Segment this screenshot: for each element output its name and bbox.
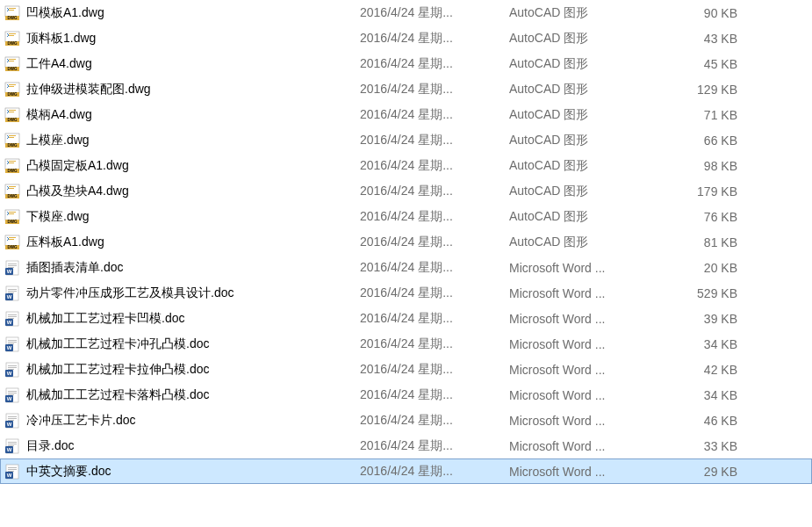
svg-rect-70 xyxy=(8,342,17,343)
file-name: 中英文摘要.doc xyxy=(26,464,360,480)
file-row[interactable]: W中英文摘要.doc2016/4/24 星期...Microsoft Word … xyxy=(0,458,812,484)
file-row[interactable]: W机械加工工艺过程卡凹模.doc2016/4/24 星期...Microsoft… xyxy=(0,306,812,331)
dwg-file-icon: DWG xyxy=(4,4,21,22)
file-type: AutoCAD 图形 xyxy=(509,82,667,97)
file-date: 2016/4/24 星期... xyxy=(360,387,509,403)
svg-rect-26 xyxy=(9,135,16,136)
svg-rect-95 xyxy=(8,445,14,446)
svg-rect-65 xyxy=(8,318,14,319)
file-row[interactable]: DWG工件A4.dwg2016/4/24 星期...AutoCAD 图形45 K… xyxy=(0,51,812,76)
svg-text:DWG: DWG xyxy=(8,67,18,71)
doc-file-icon: W xyxy=(4,336,21,353)
file-type: AutoCAD 图形 xyxy=(509,5,667,21)
svg-text:DWG: DWG xyxy=(8,169,18,173)
file-type: AutoCAD 图形 xyxy=(509,184,667,199)
file-row[interactable]: W机械加工工艺过程卡拉伸凸模.doc2016/4/24 星期...Microso… xyxy=(0,357,812,382)
file-row[interactable]: DWG模柄A4.dwg2016/4/24 星期...AutoCAD 图形71 K… xyxy=(0,102,812,127)
doc-file-icon: W xyxy=(4,437,21,455)
file-row[interactable]: DWG上模座.dwg2016/4/24 星期...AutoCAD 图形66 KB xyxy=(0,127,812,153)
svg-rect-83 xyxy=(8,394,14,395)
svg-rect-47 xyxy=(9,239,14,240)
svg-rect-71 xyxy=(8,343,14,344)
file-row[interactable]: DWG顶料板1.dwg2016/4/24 星期...AutoCAD 图形43 K… xyxy=(0,25,812,51)
svg-rect-100 xyxy=(8,469,17,470)
file-type: Microsoft Word ... xyxy=(509,286,667,300)
file-row[interactable]: W冷冲压工艺卡片.doc2016/4/24 星期...Microsoft Wor… xyxy=(0,408,812,433)
svg-rect-51 xyxy=(8,264,17,264)
file-size: 81 KB xyxy=(667,235,746,249)
dwg-file-icon: DWG xyxy=(4,208,21,226)
file-name: 凸模固定板A1.dwg xyxy=(26,158,360,174)
file-date: 2016/4/24 星期... xyxy=(360,184,509,199)
file-name: 凸模及垫块A4.dwg xyxy=(26,184,360,199)
file-row[interactable]: W机械加工工艺过程卡落料凸模.doc2016/4/24 星期...Microso… xyxy=(0,382,812,408)
file-row[interactable]: W动片零件冲压成形工艺及模具设计.doc2016/4/24 星期...Micro… xyxy=(0,280,812,306)
file-name: 机械加工工艺过程卡落料凸模.doc xyxy=(26,387,360,403)
file-type: Microsoft Word ... xyxy=(509,465,667,479)
svg-rect-63 xyxy=(8,314,17,315)
file-name: 下模座.dwg xyxy=(26,209,360,225)
file-size: 529 KB xyxy=(667,286,746,300)
file-row[interactable]: W目录.doc2016/4/24 星期...Microsoft Word ...… xyxy=(0,433,812,458)
file-name: 冷冲压工艺卡片.doc xyxy=(26,413,360,429)
svg-rect-7 xyxy=(9,35,14,36)
file-date: 2016/4/24 星期... xyxy=(360,362,509,378)
svg-rect-52 xyxy=(8,265,17,266)
file-name: 插图插表清单.doc xyxy=(26,260,360,276)
file-date: 2016/4/24 星期... xyxy=(360,133,509,148)
file-size: 33 KB xyxy=(667,439,746,453)
svg-rect-41 xyxy=(9,212,16,213)
file-size: 71 KB xyxy=(667,108,746,122)
svg-text:W: W xyxy=(7,269,12,274)
file-row[interactable]: DWG拉伸级进模装配图.dwg2016/4/24 星期...AutoCAD 图形… xyxy=(0,76,812,102)
file-type: AutoCAD 图形 xyxy=(509,235,667,250)
file-date: 2016/4/24 星期... xyxy=(360,260,509,276)
svg-rect-89 xyxy=(8,420,14,421)
file-row[interactable]: DWG凹模板A1.dwg2016/4/24 星期...AutoCAD 图形90 … xyxy=(0,0,812,25)
file-type: Microsoft Word ... xyxy=(509,414,667,428)
file-date: 2016/4/24 星期... xyxy=(360,5,509,21)
file-name: 模柄A4.dwg xyxy=(26,107,360,123)
file-date: 2016/4/24 星期... xyxy=(360,209,509,225)
file-date: 2016/4/24 星期... xyxy=(360,107,509,123)
file-row[interactable]: W机械加工工艺过程卡冲孔凸模.doc2016/4/24 星期...Microso… xyxy=(0,331,812,357)
file-type: AutoCAD 图形 xyxy=(509,56,667,72)
file-type: AutoCAD 图形 xyxy=(509,107,667,123)
file-type: Microsoft Word ... xyxy=(509,439,667,453)
svg-rect-64 xyxy=(8,316,17,317)
svg-rect-82 xyxy=(8,393,17,393)
svg-text:W: W xyxy=(7,371,12,376)
doc-file-icon: W xyxy=(4,285,21,302)
file-row[interactable]: DWG压料板A1.dwg2016/4/24 星期...AutoCAD 图形81 … xyxy=(0,229,812,255)
doc-file-icon: W xyxy=(4,463,21,480)
doc-file-icon: W xyxy=(4,361,21,379)
svg-rect-94 xyxy=(8,444,17,444)
svg-rect-93 xyxy=(8,442,17,443)
svg-rect-11 xyxy=(9,59,16,60)
file-list: DWG凹模板A1.dwg2016/4/24 星期...AutoCAD 图形90 … xyxy=(0,0,812,484)
dwg-file-icon: DWG xyxy=(4,183,21,200)
file-name: 机械加工工艺过程卡拉伸凸模.doc xyxy=(26,362,360,378)
file-date: 2016/4/24 星期... xyxy=(360,56,509,72)
svg-rect-53 xyxy=(8,267,14,268)
file-size: 46 KB xyxy=(667,414,746,428)
svg-rect-21 xyxy=(9,110,16,111)
file-row[interactable]: DWG下模座.dwg2016/4/24 星期...AutoCAD 图形76 KB xyxy=(0,204,812,229)
dwg-file-icon: DWG xyxy=(4,55,21,73)
svg-rect-87 xyxy=(8,416,17,417)
svg-text:DWG: DWG xyxy=(8,118,18,122)
file-name: 拉伸级进模装配图.dwg xyxy=(26,82,360,97)
file-type: AutoCAD 图形 xyxy=(509,209,667,225)
doc-file-icon: W xyxy=(4,412,21,430)
file-date: 2016/4/24 星期... xyxy=(360,336,509,352)
file-row[interactable]: DWG凸模固定板A1.dwg2016/4/24 星期...AutoCAD 图形9… xyxy=(0,153,812,178)
file-type: Microsoft Word ... xyxy=(509,388,667,402)
file-size: 90 KB xyxy=(667,6,746,20)
file-row[interactable]: W插图插表清单.doc2016/4/24 星期...Microsoft Word… xyxy=(0,255,812,280)
file-date: 2016/4/24 星期... xyxy=(360,31,509,47)
svg-rect-12 xyxy=(9,61,14,61)
file-name: 工件A4.dwg xyxy=(26,56,360,72)
dwg-file-icon: DWG xyxy=(4,81,21,98)
dwg-file-icon: DWG xyxy=(4,30,21,47)
file-row[interactable]: DWG凸模及垫块A4.dwg2016/4/24 星期...AutoCAD 图形1… xyxy=(0,178,812,204)
